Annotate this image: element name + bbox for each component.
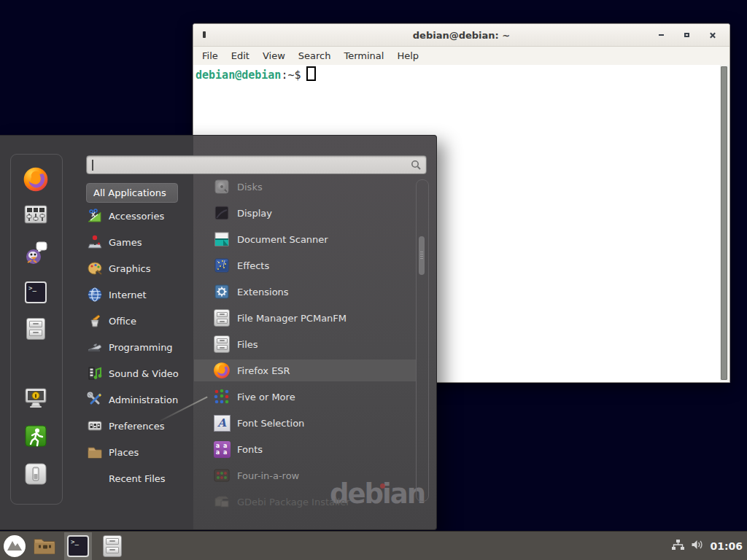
- app-item-gdebi-package-installer[interactable]: GDebi Package Installer: [194, 491, 416, 513]
- category-label: Administration: [109, 394, 178, 405]
- terminal-taskbar-button[interactable]: [64, 532, 92, 560]
- category-label: All Applications: [93, 187, 166, 198]
- accessories-icon: [86, 207, 104, 225]
- category-accessories[interactable]: Accessories: [86, 206, 193, 226]
- font-selection-icon: [213, 414, 231, 432]
- display-icon: [213, 204, 231, 222]
- maximize-button[interactable]: [681, 29, 692, 41]
- category-administration[interactable]: Administration: [86, 389, 193, 410]
- app-item-font-selection[interactable]: Font Selection: [194, 412, 416, 434]
- system-tray: 01:06: [671, 539, 747, 553]
- app-label: Document Scanner: [237, 234, 328, 245]
- terminal-icon: [67, 535, 89, 557]
- app-label: Four-in-a-row: [237, 470, 299, 481]
- search-icon: [411, 160, 422, 174]
- app-item-disks[interactable]: Disks: [194, 176, 416, 198]
- file-manager-desktop-button[interactable]: [30, 532, 59, 560]
- file-cabinet-icon: [213, 335, 231, 353]
- effects-icon: [213, 257, 231, 274]
- network-icon[interactable]: [671, 539, 684, 553]
- menu-help[interactable]: Help: [390, 50, 425, 61]
- app-item-five-or-more[interactable]: Five or More: [194, 386, 416, 408]
- file-manager-taskbar-button[interactable]: [98, 532, 127, 560]
- app-item-fonts[interactable]: Fonts: [194, 438, 416, 460]
- terminal-cursor: [306, 66, 316, 81]
- maximize-icon: [684, 33, 689, 37]
- app-item-file-manager-pcmanfm[interactable]: File Manager PCManFM: [194, 307, 416, 329]
- taskbar: 01:06: [0, 531, 747, 560]
- volume-icon[interactable]: [690, 539, 704, 553]
- category-preferences[interactable]: Preferences: [86, 416, 193, 436]
- category-games[interactable]: Games: [86, 232, 193, 252]
- file-cabinet-icon: [213, 309, 231, 327]
- firefox-icon: [23, 166, 49, 192]
- search-input[interactable]: [86, 155, 427, 174]
- taskbar-clock[interactable]: 01:06: [710, 540, 743, 552]
- menu-terminal[interactable]: Terminal: [337, 50, 390, 61]
- programming-icon: [86, 338, 104, 356]
- terminal-titlebar[interactable]: debian@debian: ~: [193, 24, 729, 47]
- app-label: Effects: [237, 260, 269, 271]
- application-menu: debian: [0, 135, 437, 530]
- category-all-applications[interactable]: All Applications: [86, 183, 178, 203]
- app-label: Extensions: [237, 287, 289, 298]
- category-recent-files[interactable]: Recent Files: [86, 468, 193, 489]
- four-in-a-row-icon: [213, 467, 231, 484]
- favorite-terminal[interactable]: [10, 281, 61, 303]
- shut-down-button[interactable]: [10, 462, 61, 486]
- lock-screen-button[interactable]: [10, 386, 61, 410]
- category-internet[interactable]: Internet: [86, 284, 193, 305]
- app-list-scrollbar[interactable]: [416, 179, 429, 502]
- category-graphics[interactable]: Graphics: [86, 258, 193, 279]
- gdebi-icon: [213, 493, 231, 510]
- category-office[interactable]: Office: [86, 311, 193, 331]
- app-label: Disks: [237, 182, 263, 192]
- file-cabinet-icon: [26, 318, 45, 340]
- favorite-audio-mixer[interactable]: [10, 205, 61, 224]
- disks-icon: [213, 178, 231, 195]
- app-item-files[interactable]: Files: [194, 333, 416, 355]
- close-icon: [709, 32, 716, 39]
- app-item-extensions[interactable]: Extensions: [194, 281, 416, 303]
- close-button[interactable]: [706, 29, 718, 41]
- category-label: Internet: [109, 289, 147, 300]
- graphics-icon: [86, 260, 104, 277]
- terminal-icon: [25, 281, 47, 303]
- audio-mixer-icon: [24, 205, 47, 224]
- terminal-scrollbar-thumb[interactable]: [721, 66, 727, 380]
- app-label: File Manager PCManFM: [237, 313, 347, 324]
- app-item-effects[interactable]: Effects: [194, 254, 416, 276]
- menu-file[interactable]: File: [196, 50, 225, 61]
- log-out-icon: [25, 425, 47, 447]
- office-icon: [86, 312, 104, 330]
- app-item-document-scanner[interactable]: Document Scanner: [194, 228, 416, 250]
- app-list-scrollbar-thumb[interactable]: [419, 236, 425, 275]
- app-item-firefox-esr[interactable]: Firefox ESR: [194, 359, 416, 381]
- menu-search[interactable]: Search: [292, 50, 338, 61]
- category-places[interactable]: Places: [86, 442, 193, 462]
- menu-view[interactable]: View: [256, 50, 292, 61]
- favorite-firefox[interactable]: [10, 166, 61, 192]
- category-sound-video[interactable]: Sound & Video: [86, 363, 193, 384]
- minimize-button[interactable]: [655, 29, 667, 41]
- firefox-icon: [213, 362, 231, 379]
- menu-edit[interactable]: Edit: [225, 50, 256, 61]
- category-programming[interactable]: Programming: [86, 337, 193, 357]
- app-label: Firefox ESR: [237, 365, 290, 376]
- app-label: Display: [237, 208, 272, 219]
- category-label: Preferences: [109, 421, 164, 432]
- app-item-four-in-a-row[interactable]: Four-in-a-row: [194, 464, 416, 486]
- lock-screen-icon: [23, 386, 48, 410]
- minimize-icon: [659, 34, 664, 36]
- five-or-more-icon: [213, 388, 231, 405]
- text-caret: [92, 160, 93, 171]
- app-item-display[interactable]: Display: [194, 202, 416, 224]
- app-label: Five or More: [237, 392, 295, 402]
- favorite-pidgin[interactable]: [10, 241, 61, 265]
- log-out-button[interactable]: [10, 425, 61, 447]
- terminal-scrollbar[interactable]: [720, 65, 729, 381]
- category-label: Accessories: [109, 211, 164, 222]
- terminal-menubar: File Edit View Search Terminal Help: [193, 47, 729, 65]
- applications-menu-button[interactable]: [1, 532, 28, 560]
- favorite-file-manager[interactable]: [10, 318, 61, 340]
